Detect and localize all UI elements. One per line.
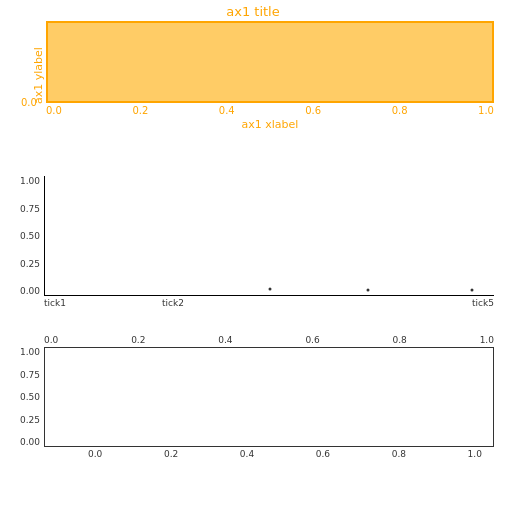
- chart1-xtick-4: 0.8: [392, 105, 408, 116]
- chart2-xtick-4: tick5: [472, 298, 494, 308]
- chart3-bottom-xtick-1: 0.2: [164, 449, 178, 459]
- chart2-scatter-dot: [367, 289, 370, 292]
- chart1-plot-area: 0.0 0.0 0.2 0.4 0.6 0.8 1.0 ax1 xlabel: [46, 21, 494, 131]
- chart2-xtick-0: tick1: [44, 298, 66, 308]
- chart3-top-xtick-3: 0.6: [305, 335, 319, 345]
- chart2-ytick-3: 0.25: [8, 259, 40, 269]
- chart2: 1.00 0.75 0.50 0.25 0.00 tick1 tick2 tic…: [0, 164, 506, 329]
- chart1-xtick-3: 0.6: [305, 105, 321, 116]
- chart1-xtick-1: 0.2: [132, 105, 148, 116]
- chart2-inner: 1.00 0.75 0.50 0.25 0.00 tick1 tick2 tic…: [44, 176, 494, 296]
- chart2-ytick-1: 0.75: [8, 204, 40, 214]
- chart2-ytick-4: 0.00: [8, 286, 40, 296]
- chart3-yticks: 1.00 0.75 0.50 0.25 0.00: [8, 347, 40, 447]
- chart3-top-xtick-0: 0.0: [44, 335, 58, 345]
- chart2-yticks: 1.00 0.75 0.50 0.25 0.00: [8, 176, 40, 296]
- chart3-top-xticks: 0.0 0.2 0.4 0.6 0.8 1.0: [44, 335, 494, 345]
- chart1: ax1 title ax1 ylabel 0.0 0.0 0.2 0.4 0.6…: [0, 0, 506, 160]
- chart3-top-xtick-1: 0.2: [131, 335, 145, 345]
- chart3-plot: [44, 347, 494, 447]
- chart3-bottom-xtick-0: 0.0: [88, 449, 102, 459]
- chart2-scatter-dot: [470, 289, 473, 292]
- chart3: 0.0 0.2 0.4 0.6 0.8 1.0 1.00 0.75 0.50 0…: [0, 329, 506, 494]
- chart3-ytick-3: 0.25: [8, 415, 40, 425]
- chart1-xtick-5: 1.0: [478, 105, 494, 116]
- chart1-ytick-bottom: 0.0: [21, 97, 37, 108]
- chart3-bottom-xtick-2: 0.4: [240, 449, 254, 459]
- chart2-scatter-dot: [268, 288, 271, 291]
- chart3-bottom-xticks: 0.0 0.2 0.4 0.6 0.8 1.0: [88, 449, 482, 459]
- chart3-ytick-2: 0.50: [8, 392, 40, 402]
- chart2-xtick-1: tick2: [162, 298, 184, 308]
- chart2-ytick-0: 1.00: [8, 176, 40, 186]
- chart3-inner: 1.00 0.75 0.50 0.25 0.00 0.0 0.2 0.4 0.6…: [44, 347, 494, 447]
- chart3-top-xtick-5: 1.0: [480, 335, 494, 345]
- chart3-bottom-xtick-5: 1.0: [468, 449, 482, 459]
- chart3-top-xtick-2: 0.4: [218, 335, 232, 345]
- chart3-bottom-xtick-4: 0.8: [392, 449, 406, 459]
- chart1-xtick-0: 0.0: [46, 105, 62, 116]
- chart1-inner: ax1 ylabel 0.0 0.0 0.2 0.4 0.6 0.8 1.0 a…: [30, 21, 494, 131]
- chart1-xtick-2: 0.4: [219, 105, 235, 116]
- chart1-xlabel: ax1 xlabel: [46, 118, 494, 131]
- chart1-ylabel: ax1 ylabel: [30, 21, 46, 131]
- chart3-plot-area: 1.00 0.75 0.50 0.25 0.00 0.0 0.2 0.4 0.6…: [44, 347, 494, 447]
- chart1-bar: [47, 22, 493, 102]
- chart2-plot-area: 1.00 0.75 0.50 0.25 0.00 tick1 tick2 tic…: [44, 176, 494, 296]
- chart3-ytick-1: 0.75: [8, 370, 40, 380]
- chart2-ytick-2: 0.50: [8, 231, 40, 241]
- chart-container: ax1 title ax1 ylabel 0.0 0.0 0.2 0.4 0.6…: [0, 0, 506, 516]
- chart3-top-xtick-4: 0.8: [393, 335, 407, 345]
- chart1-plot: 0.0: [46, 21, 494, 103]
- chart2-xticks: tick1 tick2 tick5: [44, 298, 494, 308]
- chart2-plot: [44, 176, 494, 296]
- chart3-bottom-xtick-3: 0.6: [316, 449, 330, 459]
- chart3-ytick-0: 1.00: [8, 347, 40, 357]
- chart1-title: ax1 title: [0, 0, 506, 21]
- chart3-ytick-4: 0.00: [8, 437, 40, 447]
- chart1-xticks: 0.0 0.2 0.4 0.6 0.8 1.0: [46, 105, 494, 116]
